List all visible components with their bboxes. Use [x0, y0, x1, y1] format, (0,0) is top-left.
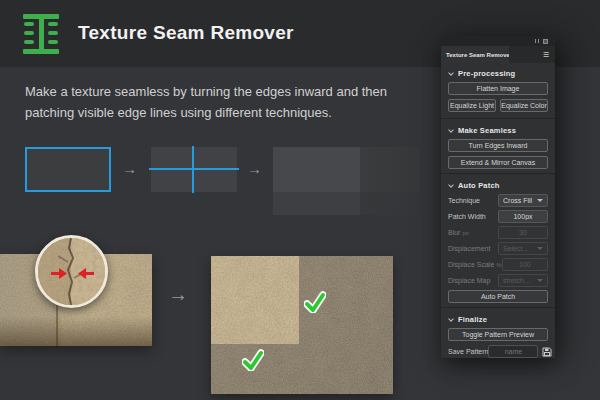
- app-logo-icon: [22, 14, 60, 54]
- displace-scale-input: 100: [502, 258, 548, 271]
- quad-top-right: [360, 147, 420, 192]
- blur-row: Blur px 30: [448, 226, 548, 239]
- save-pattern-label: Save Pattern: [448, 348, 488, 355]
- chevron-down-icon: [448, 127, 454, 133]
- toggle-pattern-preview-button[interactable]: Toggle Pattern Preview: [448, 328, 548, 341]
- panel-options-icon[interactable]: [543, 39, 548, 44]
- checkmark-icon: [304, 291, 326, 313]
- section-auto-patch[interactable]: Auto Patch: [448, 180, 548, 191]
- plugin-panel: Texture Seam Remover ☰ Pre-processing Fl…: [441, 36, 555, 358]
- seam-magnifier-circle: [35, 235, 108, 308]
- section-divider: [441, 173, 555, 174]
- technique-dropdown[interactable]: Cross Fill: [498, 194, 548, 207]
- checkmark-icon: [242, 349, 264, 371]
- blur-label: Blur: [448, 229, 460, 236]
- save-icon[interactable]: [542, 347, 552, 357]
- displacement-label: Displacement: [448, 245, 490, 252]
- panel-body: Pre-processing Flatten Image Equalize Li…: [441, 63, 555, 358]
- collapse-panel-icon[interactable]: [535, 39, 540, 43]
- displace-scale-row: Displace Scale % 100: [448, 258, 548, 271]
- chevron-down-icon: [537, 247, 543, 250]
- auto-patch-button[interactable]: Auto Patch: [448, 290, 548, 303]
- panel-menu-icon[interactable]: ☰: [543, 51, 549, 58]
- section-finalize[interactable]: Finalize: [448, 314, 548, 325]
- flatten-image-button[interactable]: Flatten Image: [448, 82, 548, 95]
- panel-tab-bar: Texture Seam Remover ☰: [441, 46, 555, 63]
- chevron-down-icon: [537, 279, 543, 282]
- intro-line-2: patching visible edge lines using differ…: [25, 102, 387, 123]
- patch-width-row: Patch Width: [448, 210, 548, 223]
- displace-map-row: Displace Map stretch...: [448, 274, 548, 287]
- displace-map-label: Displace Map: [448, 277, 490, 284]
- diagram-selected-texture: [25, 147, 111, 192]
- page-title: Texture Seam Remover: [78, 22, 294, 44]
- cross-horizontal-line: [149, 168, 239, 170]
- patch-width-label: Patch Width: [448, 213, 486, 220]
- displace-map-dropdown: stretch...: [498, 274, 548, 287]
- panel-title-strip: [441, 36, 555, 46]
- displacement-dropdown: Select...: [498, 242, 548, 255]
- chevron-down-icon: [448, 182, 454, 188]
- displace-scale-label: Displace Scale: [448, 261, 494, 268]
- intro-line-1: Make a texture seamless by turning the e…: [25, 81, 387, 102]
- displace-scale-unit: %: [496, 262, 501, 268]
- section-divider: [441, 118, 555, 119]
- save-pattern-row: Save Pattern: [448, 345, 548, 358]
- panel-tab[interactable]: Texture Seam Remover: [441, 46, 509, 63]
- section-divider: [441, 307, 555, 308]
- section-make-seamless[interactable]: Make Seamless: [448, 125, 548, 136]
- diagram-cross-split: [151, 147, 237, 192]
- save-pattern-input[interactable]: [488, 345, 538, 358]
- equalize-light-button[interactable]: Equalize Light: [448, 99, 496, 112]
- quad-bottom-right: [360, 192, 420, 215]
- technique-row: Technique Cross Fill: [448, 194, 548, 207]
- arrow-right-icon: →: [122, 161, 137, 176]
- technique-label: Technique: [448, 197, 480, 204]
- patch-width-input[interactable]: [498, 210, 548, 223]
- blur-input: 30: [498, 226, 548, 239]
- diagram-patched-result: [273, 147, 420, 215]
- texture-after-image: [211, 256, 393, 394]
- arrow-right-icon: →: [247, 161, 262, 176]
- intro-text: Make a texture seamless by turning the e…: [25, 81, 387, 123]
- chevron-down-icon: [448, 316, 454, 322]
- quad-bottom-left: [273, 192, 360, 215]
- promo-page: Texture Seam Remover Make a texture seam…: [0, 0, 600, 400]
- blur-unit: px: [462, 230, 468, 236]
- turn-edges-inward-button[interactable]: Turn Edges Inward: [448, 139, 548, 152]
- section-preprocessing[interactable]: Pre-processing: [448, 68, 548, 79]
- chevron-down-icon: [537, 199, 543, 202]
- chevron-down-icon: [448, 70, 454, 76]
- arrow-right-icon: →: [168, 283, 188, 306]
- quad-top-left: [273, 147, 360, 192]
- displacement-row: Displacement Select...: [448, 242, 548, 255]
- equalize-color-button[interactable]: Equalize Color: [500, 99, 548, 112]
- extend-mirror-canvas-button[interactable]: Extend & Mirror Canvas: [448, 156, 548, 169]
